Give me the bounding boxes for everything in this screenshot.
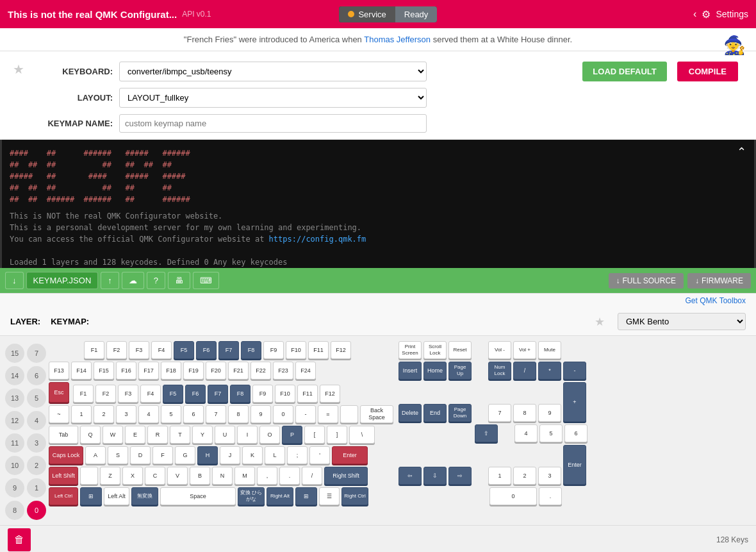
layer-6[interactable]: 6 bbox=[27, 366, 46, 385]
full-source-button[interactable]: ↓ FULL SOURCE bbox=[609, 273, 684, 289]
key-reset[interactable]: Reset bbox=[448, 341, 472, 359]
key-pgdn[interactable]: Page Down bbox=[448, 404, 472, 422]
key-r[interactable]: R bbox=[147, 426, 168, 444]
key-fn-f1[interactable]: F1 bbox=[73, 385, 94, 403]
key-f6[interactable]: F6 bbox=[196, 341, 217, 359]
key-lalt[interactable]: Left Alt bbox=[104, 487, 129, 505]
key-rwin[interactable]: ⊞ bbox=[295, 487, 317, 505]
key-f21[interactable]: F21 bbox=[228, 362, 249, 380]
key-delete[interactable]: Delete bbox=[399, 404, 422, 422]
key-f13[interactable]: F13 bbox=[49, 362, 69, 380]
layer-7[interactable]: 7 bbox=[27, 344, 46, 363]
key-f5[interactable]: F5 bbox=[174, 341, 194, 359]
key-fn-f2[interactable]: F2 bbox=[95, 385, 116, 403]
key-2[interactable]: 2 bbox=[94, 405, 114, 423]
key-7[interactable]: 7 bbox=[206, 405, 226, 423]
key-num1[interactable]: 1 bbox=[488, 467, 511, 485]
key-num3[interactable]: 3 bbox=[538, 467, 561, 485]
key-end[interactable]: End bbox=[423, 404, 447, 422]
key-num4[interactable]: 4 bbox=[514, 424, 538, 442]
key-f9[interactable]: F9 bbox=[263, 341, 284, 359]
key-vol-up[interactable]: Vol + bbox=[513, 341, 536, 359]
layer-9[interactable]: 9 bbox=[5, 478, 24, 498]
key-rshift[interactable]: Right Shift bbox=[324, 467, 368, 485]
key-fn-f11[interactable]: F11 bbox=[297, 385, 318, 403]
key-o[interactable]: O bbox=[259, 426, 280, 444]
key-x[interactable]: X bbox=[122, 467, 143, 485]
help-button[interactable]: ? bbox=[147, 272, 165, 289]
key-period[interactable]: . bbox=[279, 467, 300, 485]
key-fn-f10[interactable]: F10 bbox=[275, 385, 295, 403]
keymap-json-button[interactable]: KEYMAP.JSON bbox=[26, 272, 99, 289]
key-8[interactable]: 8 bbox=[228, 405, 249, 423]
key-num-asterisk[interactable]: * bbox=[538, 362, 561, 380]
key-m[interactable]: M bbox=[234, 467, 255, 485]
key-num-lock[interactable]: Num Lock bbox=[488, 362, 511, 380]
key-f16[interactable]: F16 bbox=[116, 362, 136, 380]
key-num8[interactable]: 8 bbox=[513, 404, 536, 422]
key-u[interactable]: U bbox=[215, 426, 235, 444]
print-button[interactable]: 🖶 bbox=[168, 272, 190, 289]
download-icon-button[interactable]: ↓ bbox=[5, 272, 24, 289]
key-pgup[interactable]: Page Up bbox=[448, 362, 472, 380]
layer-14[interactable]: 14 bbox=[5, 366, 24, 385]
keymap-map-select[interactable]: GMK Bento bbox=[618, 313, 746, 330]
load-default-button[interactable]: LOAD DEFAULT bbox=[582, 62, 666, 81]
key-f23[interactable]: F23 bbox=[273, 362, 293, 380]
layer-12[interactable]: 12 bbox=[5, 411, 24, 430]
settings-label[interactable]: Settings bbox=[716, 9, 748, 19]
key-lctrl[interactable]: Left Ctrl bbox=[49, 487, 78, 505]
key-vol-down[interactable]: Vol - bbox=[488, 341, 511, 359]
key-fn-f12[interactable]: F12 bbox=[320, 385, 340, 403]
key-semicolon[interactable]: ; bbox=[287, 446, 308, 464]
key-v[interactable]: V bbox=[167, 467, 188, 485]
key-arrow-left[interactable]: ⇦ bbox=[399, 467, 422, 485]
layer-8[interactable]: 8 bbox=[5, 501, 24, 520]
key-3[interactable]: 3 bbox=[116, 405, 136, 423]
key-num2[interactable]: 2 bbox=[513, 467, 536, 485]
key-k[interactable]: K bbox=[242, 446, 263, 464]
key-backslash-top[interactable] bbox=[340, 405, 358, 423]
key-fn-f3[interactable]: F3 bbox=[118, 385, 138, 403]
key-arrow-down[interactable]: ⇩ bbox=[423, 467, 447, 485]
key-f20[interactable]: F20 bbox=[206, 362, 226, 380]
key-5[interactable]: 5 bbox=[161, 405, 181, 423]
keyboard-select[interactable]: converter/ibmpc_usb/teensy bbox=[119, 62, 427, 81]
compile-button[interactable]: COMPILE bbox=[677, 62, 738, 81]
key-n[interactable]: N bbox=[212, 467, 233, 485]
delete-layer-button[interactable]: 🗑 bbox=[8, 528, 31, 551]
key-b[interactable]: B bbox=[190, 467, 210, 485]
key-f19[interactable]: F19 bbox=[183, 362, 204, 380]
keymap-name-input[interactable] bbox=[119, 114, 427, 133]
layer-13[interactable]: 13 bbox=[5, 389, 24, 408]
key-home[interactable]: Home bbox=[423, 362, 447, 380]
key-f7[interactable]: F7 bbox=[218, 341, 239, 359]
key-e[interactable]: E bbox=[125, 426, 145, 444]
key-f3[interactable]: F3 bbox=[129, 341, 149, 359]
key-print-screen[interactable]: Print Screen bbox=[399, 341, 422, 359]
key-f14[interactable]: F14 bbox=[71, 362, 92, 380]
key-minus[interactable]: - bbox=[295, 405, 316, 423]
get-toolbox-link[interactable]: Get QMK Toolbox bbox=[686, 296, 746, 305]
favorite-star-icon[interactable]: ★ bbox=[13, 62, 24, 77]
layer-1[interactable]: 1 bbox=[27, 478, 46, 498]
gear-icon[interactable]: ⚙ bbox=[702, 8, 711, 21]
key-j[interactable]: J bbox=[220, 446, 240, 464]
key-henkan[interactable]: 変換 ひらがな bbox=[238, 487, 265, 505]
key-f2[interactable]: F2 bbox=[106, 341, 127, 359]
key-6[interactable]: 6 bbox=[183, 405, 204, 423]
key-f22[interactable]: F22 bbox=[251, 362, 271, 380]
key-f12[interactable]: F12 bbox=[331, 341, 351, 359]
keyboard-icon-button[interactable]: ⌨ bbox=[193, 272, 219, 289]
key-rbracket[interactable]: ] bbox=[327, 426, 347, 444]
key-menu[interactable]: ☰ bbox=[319, 487, 340, 505]
key-f11[interactable]: F11 bbox=[308, 341, 329, 359]
key-extra[interactable] bbox=[80, 467, 98, 485]
key-num7[interactable]: 7 bbox=[488, 404, 511, 422]
key-num5[interactable]: 5 bbox=[539, 424, 563, 442]
key-tab[interactable]: Tab bbox=[49, 426, 78, 444]
key-t[interactable]: T bbox=[170, 426, 190, 444]
key-f[interactable]: F bbox=[152, 446, 173, 464]
key-1[interactable]: 1 bbox=[71, 405, 92, 423]
layer-15[interactable]: 15 bbox=[5, 344, 24, 363]
